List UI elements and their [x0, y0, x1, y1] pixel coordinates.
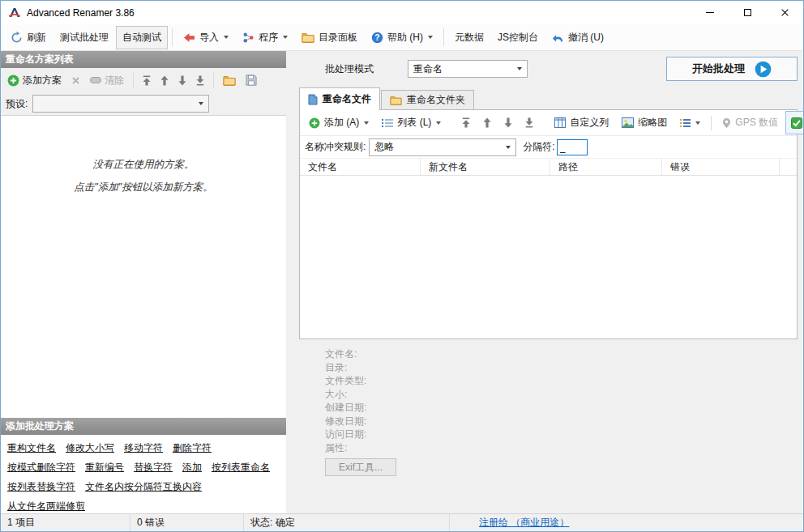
method-link[interactable]: 文件名内按分隔符互换内容	[85, 477, 202, 496]
empty-message-line1: 没有正在使用的方案。	[93, 158, 195, 172]
toolbar-separator	[133, 73, 134, 87]
move-bottom-button[interactable]	[520, 113, 539, 133]
program-icon	[242, 32, 254, 44]
file-tabs: 重命名文件 重命名文件夹	[299, 87, 798, 109]
empty-message-line2: 点击"添加"按钮以添加新方案。	[74, 181, 212, 194]
info-label-attributes: 属性:	[325, 441, 798, 455]
maximize-icon	[744, 9, 751, 16]
metadata-button[interactable]: 元数据	[448, 26, 490, 49]
move-down-button[interactable]	[174, 72, 190, 89]
collision-rule-label: 名称冲突规则:	[305, 140, 366, 154]
preset-label: 预设:	[6, 97, 28, 111]
method-link[interactable]: 按列表替换字符	[7, 477, 75, 496]
move-bottom-icon	[525, 117, 533, 128]
clear-icon	[90, 75, 101, 85]
preset-combobox[interactable]	[32, 95, 209, 113]
close-button[interactable]	[766, 1, 803, 24]
exif-tool-button[interactable]: Exif工具...	[325, 458, 396, 476]
move-up-icon	[483, 117, 491, 128]
tab-rename-folders[interactable]: 重命名文件夹	[381, 90, 474, 109]
info-label-filetype: 文件类型:	[325, 374, 798, 388]
method-link[interactable]: 重构文件名	[7, 438, 56, 458]
undo-button[interactable]: 撤消 (U)	[545, 26, 610, 49]
column-header-filler	[780, 159, 797, 175]
chevron-down-icon	[695, 121, 700, 125]
delete-method-button[interactable]	[67, 73, 84, 88]
add-method-button[interactable]: 添加方案	[3, 70, 66, 91]
move-bottom-icon	[196, 75, 204, 86]
status-errors-count: 0 错误	[130, 514, 244, 531]
move-up-button[interactable]	[156, 72, 173, 89]
collision-rule-combobox[interactable]: 忽略	[369, 138, 516, 156]
batch-mode-combobox[interactable]: 重命名	[408, 60, 528, 78]
method-link[interactable]: 按列表重命名	[212, 458, 270, 477]
list-button[interactable]: 列表 (L)	[376, 111, 447, 134]
move-up-button[interactable]	[477, 113, 497, 133]
rename-match-toggle[interactable]: 重命名匹配	[785, 111, 804, 134]
tab-rename-files[interactable]: 重命名文件	[299, 87, 380, 110]
view-options-button[interactable]	[674, 113, 706, 133]
file-table-body[interactable]	[300, 176, 797, 338]
method-link[interactable]: 添加	[182, 458, 202, 477]
file-info-panel: 文件名: 目录: 文件类型: 大小: 创建日期: 修改日期: 访问日期: 属性:…	[299, 339, 798, 513]
column-header-new-filename[interactable]: 新文件名	[421, 159, 550, 175]
status-bar: 1 项目 0 错误 状态: 确定 注册给 （商业用途）	[1, 513, 803, 531]
import-button[interactable]: 导入	[177, 26, 235, 49]
move-down-icon	[504, 117, 512, 128]
minimize-button[interactable]	[691, 1, 729, 24]
toolbar-separator	[213, 73, 214, 87]
column-header-path[interactable]: 路径	[550, 159, 662, 175]
custom-columns-button[interactable]: 自定义列	[549, 111, 614, 134]
program-button[interactable]: 程序	[236, 26, 294, 49]
preset-row: 预设:	[1, 92, 286, 115]
js-console-button[interactable]: JS控制台	[491, 26, 545, 49]
column-header-filename[interactable]: 文件名	[300, 159, 421, 175]
open-preset-button[interactable]	[219, 72, 240, 89]
auto-test-toggle[interactable]: 自动测试	[116, 26, 168, 49]
gps-pin-icon	[722, 117, 731, 129]
column-header-error[interactable]: 错误	[662, 159, 780, 175]
method-list-panel: 重命名方案列表 添加方案 清除	[1, 51, 286, 513]
test-batch-button[interactable]: 测试批处理	[53, 26, 115, 49]
move-down-button[interactable]	[498, 113, 518, 133]
method-list-empty-area[interactable]: 没有正在使用的方案。 点击"添加"按钮以添加新方案。	[1, 115, 286, 418]
status-register-cell: 注册给 （商业用途）	[450, 514, 803, 531]
method-link[interactable]: 替换字符	[134, 458, 173, 477]
close-icon	[780, 8, 789, 17]
move-down-icon	[178, 75, 186, 86]
gps-values-button[interactable]: GPS 数值	[716, 111, 784, 134]
separator-input[interactable]	[557, 139, 588, 155]
columns-icon	[554, 117, 566, 128]
method-link[interactable]: 删除字符	[173, 438, 212, 458]
move-top-button[interactable]	[456, 113, 476, 133]
save-preset-button[interactable]	[242, 71, 261, 89]
add-files-button[interactable]: 添加 (A)	[303, 111, 374, 134]
register-link[interactable]: 注册给 （商业用途）	[479, 516, 569, 530]
delete-x-icon	[71, 76, 80, 85]
method-link[interactable]: 修改大小写	[66, 438, 114, 458]
refresh-icon	[11, 32, 23, 44]
panel-splitter[interactable]	[286, 51, 293, 513]
info-label-filename: 文件名:	[325, 347, 798, 361]
play-icon	[755, 61, 772, 78]
maximize-button[interactable]	[729, 1, 766, 24]
undo-icon	[552, 32, 564, 43]
chevron-down-icon	[199, 102, 203, 105]
refresh-button[interactable]: 刷新	[4, 26, 53, 49]
info-label-modified: 修改日期:	[325, 415, 798, 428]
move-top-button[interactable]	[139, 72, 155, 89]
method-link[interactable]: 按模式删除字符	[7, 458, 75, 477]
open-folder-icon	[223, 75, 236, 86]
batch-mode-row: 批处理模式 重命名 开始批处理	[299, 51, 798, 87]
svg-text:?: ?	[374, 33, 379, 42]
thumbnails-button[interactable]: 缩略图	[616, 111, 673, 134]
move-bottom-button[interactable]	[192, 72, 208, 89]
dir-panel-button[interactable]: 目录面板	[295, 26, 364, 49]
help-button[interactable]: ? 帮助 (H)	[365, 26, 439, 49]
minimize-icon	[706, 12, 714, 13]
method-link[interactable]: 移动字符	[124, 438, 163, 458]
clear-methods-button[interactable]: 清除	[86, 70, 128, 91]
method-link[interactable]: 重新编号	[85, 458, 124, 477]
list-icon	[382, 118, 393, 128]
start-batch-button[interactable]: 开始批处理	[666, 57, 798, 81]
